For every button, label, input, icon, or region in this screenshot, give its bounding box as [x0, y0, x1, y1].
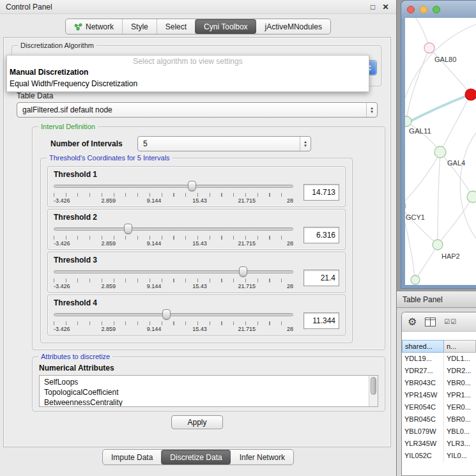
- threshold-value-field[interactable]: [303, 227, 339, 243]
- table-row[interactable]: YBR045CYBR0...: [402, 413, 476, 426]
- network-canvas[interactable]: GAL80 GAL11 GAL4 GCY1 HAP2: [405, 18, 476, 285]
- tick-label: 28: [287, 240, 293, 247]
- tab-label: Infer Network: [240, 453, 285, 462]
- number-of-intervals-combobox[interactable]: 5 ▲▼: [137, 136, 311, 151]
- tab-jactivemnodules[interactable]: jActiveMNodules: [256, 19, 330, 34]
- bottom-tab-bar: Impute Data Discretize Data Infer Networ…: [0, 449, 396, 465]
- control-panel-window: Control Panel □ ✕ Network Style Select C…: [0, 0, 397, 476]
- tick-label: 15.43: [192, 326, 207, 332]
- tick-label: 21.715: [238, 283, 256, 289]
- tick-label: 28: [287, 197, 293, 204]
- threshold-label: Threshold 4: [54, 298, 339, 307]
- list-item[interactable]: BetweennessCentrality: [44, 397, 367, 407]
- numerical-attributes-label: Numerical Attributes: [39, 364, 378, 372]
- table-row[interactable]: YPR145WYPR1...: [402, 389, 476, 401]
- network-view-window[interactable]: GAL80 GAL11 GAL4 GCY1 HAP2: [401, 0, 476, 289]
- slider-thumb[interactable]: [162, 309, 171, 319]
- list-item[interactable]: TopologicalCoefficient: [44, 387, 367, 397]
- slider-track: [54, 270, 293, 273]
- slider-track: [54, 227, 293, 231]
- tab-select[interactable]: Select: [157, 19, 195, 34]
- threshold-slider[interactable]: [54, 266, 293, 277]
- tick-label: -3.426: [54, 283, 70, 289]
- dropdown-option-manual-discretization[interactable]: Manual Discretization: [7, 66, 369, 78]
- tab-network[interactable]: Network: [66, 19, 122, 34]
- zoom-traffic-light-icon[interactable]: [433, 6, 440, 13]
- tab-discretize-data[interactable]: Discretize Data: [161, 450, 230, 464]
- top-tab-bar: Network Style Select Cyni Toolbox jActiv…: [0, 19, 396, 35]
- table-row[interactable]: YIL052CYIL0...: [402, 450, 476, 462]
- node-label-gal4: GAL4: [447, 159, 465, 167]
- minimize-traffic-light-icon[interactable]: [420, 6, 427, 13]
- numerical-attributes-list[interactable]: SelfLoops TopologicalCoefficient Between…: [39, 375, 378, 407]
- node-label-gcy1: GCY1: [406, 213, 425, 221]
- tab-label: Impute Data: [111, 453, 153, 462]
- network-node-gal4[interactable]: [434, 146, 446, 158]
- dropdown-option-equal-width-frequency[interactable]: Equal Width/Frequency Discretization: [7, 78, 369, 89]
- network-node-gal11[interactable]: [405, 116, 411, 127]
- network-icon: [74, 23, 82, 31]
- select-columns-icon[interactable]: ☑☑: [444, 319, 457, 325]
- slider-thumb[interactable]: [239, 266, 247, 277]
- threshold-slider[interactable]: [54, 180, 293, 192]
- table-row[interactable]: YBR043CYBR0...: [402, 377, 476, 389]
- table-row[interactable]: YDR27...YDR2...: [402, 365, 476, 377]
- threshold-value-field[interactable]: [303, 270, 339, 286]
- column-header-shared-name[interactable]: shared...: [402, 340, 444, 353]
- tick-label: 9.144: [147, 283, 162, 289]
- gear-icon[interactable]: ⚙: [408, 317, 417, 327]
- network-node-selected-red[interactable]: [465, 89, 476, 100]
- thresholds-group: Threshold's Coordinates for 5 Intervals …: [40, 158, 353, 343]
- table-data-value: galFiltered.sif default node: [22, 105, 377, 114]
- right-region: GAL80 GAL11 GAL4 GCY1 HAP2 Table Panel ⚙…: [397, 0, 476, 476]
- table-row[interactable]: YLR345WYLR3...: [402, 438, 476, 450]
- column-header-name[interactable]: n...: [444, 340, 476, 353]
- float-icon[interactable]: □: [368, 3, 378, 12]
- threshold-panel: Threshold 4 -3.426 2.859 9.144: [47, 295, 346, 335]
- tab-style[interactable]: Style: [122, 19, 157, 34]
- slider-thumb[interactable]: [124, 224, 132, 234]
- list-scrollbar[interactable]: [369, 376, 378, 406]
- threshold-panel: Threshold 1 -3.426 2.859 9.144: [47, 166, 346, 207]
- node-label-hap2: HAP2: [441, 252, 460, 260]
- tick-label: -3.426: [54, 326, 70, 332]
- apply-button[interactable]: Apply: [171, 415, 222, 429]
- tick-label: 2.859: [101, 326, 116, 332]
- group-title: Interval Definition: [38, 122, 98, 131]
- tab-infer-network[interactable]: Infer Network: [231, 450, 293, 464]
- slider-ticks: [54, 236, 293, 240]
- number-of-intervals-row: Number of Intervals 5 ▲▼: [50, 136, 378, 151]
- tab-label: Network: [86, 22, 114, 31]
- network-node[interactable]: [411, 275, 420, 284]
- slider-tick-labels: -3.426 2.859 9.144 15.43 21.715 28: [54, 240, 293, 247]
- table-data-section: Table Data galFiltered.sif default node …: [17, 91, 378, 118]
- tick-label: -3.426: [54, 197, 70, 204]
- tab-cyni-toolbox[interactable]: Cyni Toolbox: [195, 19, 256, 34]
- tick-label: 9.144: [147, 326, 162, 332]
- threshold-label: Threshold 2: [54, 213, 339, 222]
- table-data-combobox[interactable]: galFiltered.sif default node ▲▼: [17, 102, 378, 118]
- cyni-toolbox-panel: Discretization Algorithm ▲▼ Table Data g…: [3, 37, 391, 447]
- network-node-gal80[interactable]: [424, 43, 434, 53]
- slider-thumb[interactable]: [188, 181, 196, 191]
- interval-definition-group: Interval Definition Number of Intervals …: [32, 127, 385, 350]
- threshold-slider[interactable]: [54, 223, 293, 234]
- network-node[interactable]: [467, 191, 476, 203]
- tab-impute-data[interactable]: Impute Data: [103, 450, 161, 464]
- network-node-gcy1[interactable]: [405, 201, 406, 211]
- close-icon[interactable]: ✕: [381, 3, 390, 12]
- network-node-hap2[interactable]: [433, 240, 443, 250]
- close-traffic-light-icon[interactable]: [407, 6, 415, 13]
- scrollbar-thumb[interactable]: [371, 377, 376, 395]
- threshold-slider[interactable]: [54, 309, 293, 320]
- list-item[interactable]: SelfLoops: [44, 377, 367, 387]
- table-row[interactable]: YDL19...YDL1...: [402, 353, 476, 365]
- node-label-gal11: GAL11: [409, 127, 431, 135]
- table-row[interactable]: YER054CYER0...: [402, 401, 476, 413]
- table-header-row: shared... n...: [402, 340, 476, 353]
- columns-icon[interactable]: [425, 318, 436, 326]
- threshold-value-field[interactable]: [303, 312, 339, 329]
- slider-tick-labels: -3.426 2.859 9.144 15.43 21.715 28: [54, 326, 293, 332]
- threshold-value-field[interactable]: [303, 184, 339, 201]
- table-row[interactable]: YBL079WYBL0...: [402, 426, 476, 438]
